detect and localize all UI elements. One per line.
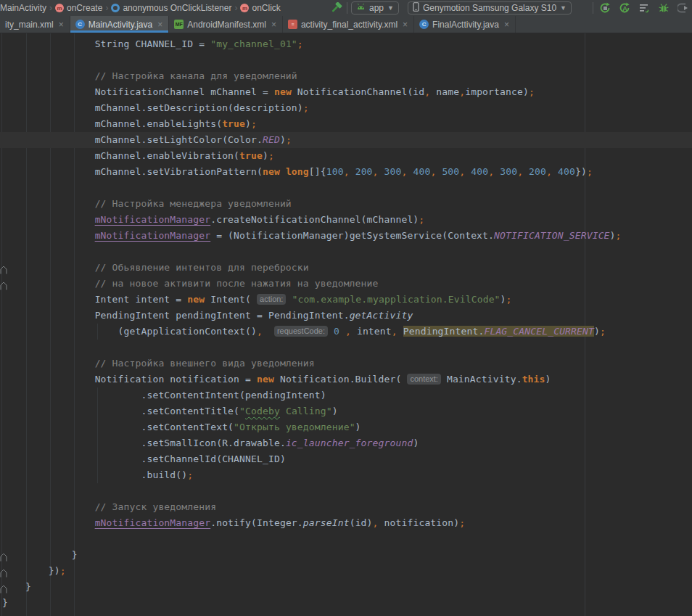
code-line: mChannel.setDescription(description); bbox=[0, 100, 692, 116]
code-token: ; bbox=[587, 166, 593, 177]
code-token: ) bbox=[355, 422, 361, 432]
code-line: PendingIntent pendingIntent = PendingInt… bbox=[0, 308, 692, 324]
code-line: (getApplicationContext(), requestCode: 0… bbox=[0, 324, 692, 340]
code-token: Notification.Builder( bbox=[274, 374, 407, 385]
code-token bbox=[280, 166, 286, 177]
code-line: mChannel.setVibrationPattern(new long[]{… bbox=[0, 164, 692, 180]
fold-marker-icon[interactable] bbox=[0, 279, 7, 288]
code-token: , bbox=[345, 326, 351, 337]
anonymous-class-icon bbox=[111, 4, 120, 12]
code-token bbox=[263, 326, 274, 337]
profiler-icon[interactable] bbox=[638, 2, 650, 14]
breadcrumb-item[interactable]: MainActivity bbox=[0, 3, 46, 13]
code-token: Codeby bbox=[245, 406, 280, 416]
code-line: mNotificationManager.createNotificationC… bbox=[0, 212, 692, 228]
code-token: new bbox=[263, 166, 280, 177]
code-line bbox=[0, 244, 692, 260]
fold-marker-icon[interactable] bbox=[0, 583, 7, 591]
fold-marker-icon[interactable] bbox=[0, 551, 7, 559]
code-token: Intent intent = bbox=[95, 294, 188, 305]
editor-tab[interactable]: MFAndroidManifest.xml× bbox=[169, 16, 283, 33]
debug-button[interactable] bbox=[658, 2, 670, 14]
code-token bbox=[379, 166, 384, 177]
code-token: PendingIntent. bbox=[403, 326, 485, 337]
indent-spaces bbox=[2, 150, 95, 161]
run-config-label: app bbox=[369, 3, 384, 13]
code-token: } bbox=[72, 549, 78, 560]
breadcrumb-label: onClick bbox=[252, 3, 280, 13]
close-icon[interactable]: × bbox=[157, 20, 162, 30]
code-token: }) bbox=[575, 166, 587, 177]
editor-tab[interactable]: ≡activity_final_acttivity.xml× bbox=[283, 16, 414, 33]
code-token: mChannel.enableVibration( bbox=[95, 150, 239, 161]
code-token: NotificationChannel(id bbox=[292, 86, 424, 97]
indent-spaces bbox=[2, 374, 95, 385]
editor-tab[interactable]: ity_main.xml× bbox=[0, 16, 70, 33]
code-line: mNotificationManager = (NotificationMana… bbox=[0, 228, 692, 244]
device-select[interactable]: Genymotion Samsung Galaxy S10 ▼ bbox=[408, 1, 572, 15]
code-token: 0 bbox=[334, 326, 339, 337]
editor-tab[interactable]: CMainActivity.java× bbox=[70, 16, 170, 33]
editor-tab[interactable]: CFinalActtivity.java× bbox=[414, 16, 516, 33]
code-line: Notification notification = new Notifica… bbox=[0, 371, 692, 387]
code-token bbox=[523, 166, 529, 177]
code-token: } bbox=[2, 597, 8, 608]
indent-spaces bbox=[2, 166, 95, 177]
breadcrumb-item[interactable]: monClick bbox=[240, 3, 280, 13]
code-token: FLAG_CANCEL_CURRENT bbox=[484, 326, 594, 337]
indent-spaces bbox=[2, 501, 95, 512]
indent-spaces bbox=[2, 565, 49, 576]
apply-changes-restart-button[interactable] bbox=[599, 2, 611, 14]
code-editor[interactable]: String CHANNEL_ID = "my_channel_01"; // … bbox=[0, 33, 692, 616]
stop-icon[interactable] bbox=[677, 2, 689, 14]
breadcrumb-item[interactable]: anonymous OnClickListener bbox=[111, 3, 231, 13]
indent-spaces bbox=[2, 358, 95, 369]
code-token: mChannel.enableLights( bbox=[95, 118, 223, 129]
svg-text:A: A bbox=[622, 5, 627, 12]
code-line bbox=[0, 483, 692, 499]
close-icon[interactable]: × bbox=[403, 20, 408, 30]
code-line: Intent intent = new Intent( action: "com… bbox=[0, 292, 692, 308]
fold-marker-icon[interactable] bbox=[0, 567, 7, 575]
code-token bbox=[339, 326, 345, 337]
code-token: notification) bbox=[379, 517, 460, 528]
breadcrumb-item[interactable]: monCreate bbox=[55, 3, 102, 13]
code-token: , bbox=[373, 166, 379, 177]
code-token: , bbox=[257, 326, 263, 337]
code-token: 300 bbox=[384, 166, 402, 177]
code-line: // Настройка менеджера уведомлений bbox=[0, 196, 692, 212]
code-token: ; bbox=[60, 565, 66, 576]
code-line: mChannel.setLightColor(Color.RED); bbox=[0, 132, 692, 148]
code-token: mChannel.setLightColor(Color. bbox=[95, 134, 263, 145]
code-token: " bbox=[239, 406, 245, 416]
breadcrumb: MainActivity›monCreate›anonymous OnClick… bbox=[0, 0, 281, 16]
param-hint: requestCode: bbox=[274, 326, 328, 337]
code-token: true bbox=[222, 118, 245, 129]
code-line: // Настройка канала для уведомлений bbox=[0, 68, 692, 84]
code-token: 500 bbox=[442, 166, 459, 177]
tab-label: activity_final_acttivity.xml bbox=[301, 20, 398, 30]
code-token: 400 bbox=[471, 166, 488, 177]
close-icon[interactable]: × bbox=[271, 20, 276, 30]
close-icon[interactable]: × bbox=[504, 20, 509, 30]
build-hammer-icon[interactable] bbox=[331, 2, 342, 14]
breadcrumb-label: MainActivity bbox=[0, 3, 46, 13]
indent-spaces bbox=[2, 422, 141, 432]
code-token: , bbox=[459, 86, 465, 97]
fold-marker-icon[interactable] bbox=[0, 263, 7, 272]
code-token: , bbox=[373, 517, 379, 528]
code-token: .build() bbox=[141, 469, 187, 480]
code-token: // на новое активити после нажатия на ув… bbox=[95, 278, 379, 289]
close-icon[interactable]: × bbox=[59, 20, 64, 30]
code-token: ic_launcher_foreground bbox=[286, 438, 413, 448]
code-token: ; bbox=[419, 214, 424, 225]
chevron-down-icon: ▼ bbox=[560, 4, 567, 12]
apply-code-changes-button[interactable]: A bbox=[619, 2, 630, 14]
run-config-select[interactable]: app ▼ bbox=[351, 1, 399, 15]
code-token: parseInt bbox=[303, 517, 350, 528]
code-token: new bbox=[257, 374, 274, 385]
tab-label: ity_main.xml bbox=[5, 20, 54, 30]
java-class-icon: C bbox=[419, 20, 429, 29]
code-line: mChannel.enableLights(true); bbox=[0, 116, 692, 132]
code-token: ) bbox=[332, 406, 338, 416]
